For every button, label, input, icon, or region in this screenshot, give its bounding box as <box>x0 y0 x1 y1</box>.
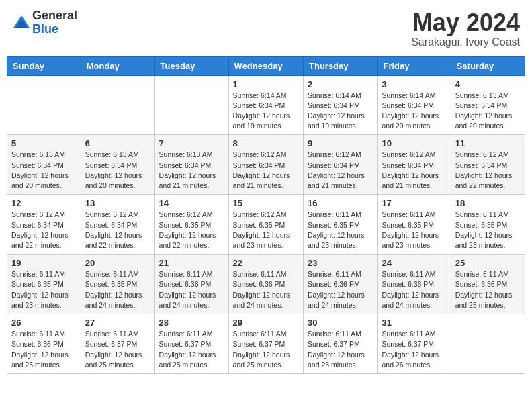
day-number: 19 <box>11 258 77 268</box>
day-info: Sunrise: 6:11 AMSunset: 6:37 PMDaylight:… <box>382 329 446 370</box>
day-info: Sunrise: 6:14 AMSunset: 6:34 PMDaylight:… <box>233 91 299 132</box>
day-number: 15 <box>233 198 299 208</box>
logo-blue-text: Blue <box>32 23 77 36</box>
day-info: Sunrise: 6:11 AMSunset: 6:35 PMDaylight:… <box>308 210 373 250</box>
title-block: May 2024 Sarakagui, Ivory Coast <box>411 9 520 48</box>
day-info: Sunrise: 6:11 AMSunset: 6:37 PMDaylight:… <box>85 329 150 370</box>
day-info: Sunrise: 6:11 AMSunset: 6:35 PMDaylight:… <box>11 269 77 310</box>
day-info: Sunrise: 6:12 AMSunset: 6:34 PMDaylight:… <box>11 210 77 250</box>
day-number: 6 <box>85 138 150 148</box>
day-number: 27 <box>85 318 150 328</box>
cell-week5-day3: 29Sunrise: 6:11 AMSunset: 6:37 PMDayligh… <box>228 314 303 374</box>
cell-week5-day2: 28Sunrise: 6:11 AMSunset: 6:37 PMDayligh… <box>154 314 228 374</box>
header-sunday: Sunday <box>7 56 81 75</box>
week-row-2: 5Sunrise: 6:13 AMSunset: 6:34 PMDaylight… <box>7 135 525 195</box>
cell-week4-day1: 20Sunrise: 6:11 AMSunset: 6:35 PMDayligh… <box>81 255 154 314</box>
day-info: Sunrise: 6:11 AMSunset: 6:36 PMDaylight:… <box>382 269 446 310</box>
page-header: General Blue May 2024 Sarakagui, Ivory C… <box>7 7 525 51</box>
day-info: Sunrise: 6:12 AMSunset: 6:35 PMDaylight:… <box>233 210 299 250</box>
day-number: 26 <box>11 318 77 328</box>
day-info: Sunrise: 6:11 AMSunset: 6:36 PMDaylight:… <box>159 269 224 310</box>
day-info: Sunrise: 6:11 AMSunset: 6:36 PMDaylight:… <box>233 269 299 310</box>
day-number: 2 <box>308 79 373 89</box>
cell-week3-day0: 12Sunrise: 6:12 AMSunset: 6:34 PMDayligh… <box>7 195 81 255</box>
day-info: Sunrise: 6:12 AMSunset: 6:34 PMDaylight:… <box>308 150 373 191</box>
header-thursday: Thursday <box>304 56 378 75</box>
day-number: 8 <box>233 138 299 148</box>
cell-week3-day4: 16Sunrise: 6:11 AMSunset: 6:35 PMDayligh… <box>304 195 378 255</box>
cell-week3-day3: 15Sunrise: 6:12 AMSunset: 6:35 PMDayligh… <box>228 195 303 255</box>
day-info: Sunrise: 6:11 AMSunset: 6:35 PMDaylight:… <box>85 269 150 310</box>
week-row-5: 26Sunrise: 6:11 AMSunset: 6:36 PMDayligh… <box>7 314 525 374</box>
weekday-header-row: SundayMondayTuesdayWednesdayThursdayFrid… <box>7 56 525 75</box>
cell-week4-day0: 19Sunrise: 6:11 AMSunset: 6:35 PMDayligh… <box>7 255 81 314</box>
day-info: Sunrise: 6:12 AMSunset: 6:35 PMDaylight:… <box>159 210 224 250</box>
header-saturday: Saturday <box>451 56 525 75</box>
header-wednesday: Wednesday <box>228 56 303 75</box>
cell-week1-day3: 1Sunrise: 6:14 AMSunset: 6:34 PMDaylight… <box>228 75 303 135</box>
logo-icon <box>12 13 31 32</box>
week-row-1: 1Sunrise: 6:14 AMSunset: 6:34 PMDaylight… <box>7 75 525 135</box>
cell-week1-day2 <box>154 75 228 135</box>
cell-week3-day2: 14Sunrise: 6:12 AMSunset: 6:35 PMDayligh… <box>154 195 228 255</box>
day-info: Sunrise: 6:13 AMSunset: 6:34 PMDaylight:… <box>455 91 521 132</box>
day-number: 18 <box>455 198 521 208</box>
day-info: Sunrise: 6:13 AMSunset: 6:34 PMDaylight:… <box>159 150 224 191</box>
day-info: Sunrise: 6:14 AMSunset: 6:34 PMDaylight:… <box>382 91 446 132</box>
logo-general-text: General <box>32 9 77 23</box>
day-number: 12 <box>11 198 77 208</box>
cell-week5-day5: 31Sunrise: 6:11 AMSunset: 6:37 PMDayligh… <box>378 314 451 374</box>
cell-week4-day4: 23Sunrise: 6:11 AMSunset: 6:36 PMDayligh… <box>304 255 378 314</box>
calendar-table: SundayMondayTuesdayWednesdayThursdayFrid… <box>7 56 525 374</box>
cell-week5-day4: 30Sunrise: 6:11 AMSunset: 6:37 PMDayligh… <box>304 314 378 374</box>
cell-week3-day5: 17Sunrise: 6:11 AMSunset: 6:35 PMDayligh… <box>378 195 451 255</box>
day-number: 17 <box>382 198 446 208</box>
day-number: 7 <box>159 138 224 148</box>
cell-week3-day1: 13Sunrise: 6:12 AMSunset: 6:34 PMDayligh… <box>81 195 154 255</box>
cell-week4-day3: 22Sunrise: 6:11 AMSunset: 6:36 PMDayligh… <box>228 255 303 314</box>
day-number: 10 <box>382 138 446 148</box>
cell-week2-day6: 11Sunrise: 6:12 AMSunset: 6:34 PMDayligh… <box>451 135 525 195</box>
logo-text: General Blue <box>32 9 77 36</box>
week-row-3: 12Sunrise: 6:12 AMSunset: 6:34 PMDayligh… <box>7 195 525 255</box>
day-info: Sunrise: 6:11 AMSunset: 6:37 PMDaylight:… <box>159 329 224 370</box>
day-info: Sunrise: 6:11 AMSunset: 6:37 PMDaylight:… <box>308 329 373 370</box>
cell-week2-day0: 5Sunrise: 6:13 AMSunset: 6:34 PMDaylight… <box>7 135 81 195</box>
day-number: 25 <box>455 258 521 268</box>
day-number: 30 <box>308 318 373 328</box>
day-number: 28 <box>159 318 224 328</box>
cell-week5-day6 <box>451 314 525 374</box>
day-info: Sunrise: 6:12 AMSunset: 6:34 PMDaylight:… <box>233 150 299 191</box>
cell-week5-day0: 26Sunrise: 6:11 AMSunset: 6:36 PMDayligh… <box>7 314 81 374</box>
day-info: Sunrise: 6:13 AMSunset: 6:34 PMDaylight:… <box>11 150 77 191</box>
day-number: 13 <box>85 198 150 208</box>
day-number: 3 <box>382 79 446 89</box>
cell-week2-day5: 10Sunrise: 6:12 AMSunset: 6:34 PMDayligh… <box>378 135 451 195</box>
cell-week1-day6: 4Sunrise: 6:13 AMSunset: 6:34 PMDaylight… <box>451 75 525 135</box>
cell-week2-day3: 8Sunrise: 6:12 AMSunset: 6:34 PMDaylight… <box>228 135 303 195</box>
day-number: 31 <box>382 318 446 328</box>
day-info: Sunrise: 6:13 AMSunset: 6:34 PMDaylight:… <box>85 150 150 191</box>
day-number: 22 <box>233 258 299 268</box>
day-number: 16 <box>308 198 373 208</box>
cell-week4-day6: 25Sunrise: 6:11 AMSunset: 6:36 PMDayligh… <box>451 255 525 314</box>
day-number: 9 <box>308 138 373 148</box>
cell-week1-day1 <box>81 75 154 135</box>
day-info: Sunrise: 6:11 AMSunset: 6:36 PMDaylight:… <box>308 269 373 310</box>
cell-week1-day5: 3Sunrise: 6:14 AMSunset: 6:34 PMDaylight… <box>378 75 451 135</box>
calendar-title: May 2024 <box>411 9 520 36</box>
day-number: 14 <box>159 198 224 208</box>
day-number: 21 <box>159 258 224 268</box>
cell-week2-day2: 7Sunrise: 6:13 AMSunset: 6:34 PMDaylight… <box>154 135 228 195</box>
day-info: Sunrise: 6:12 AMSunset: 6:34 PMDaylight:… <box>382 150 446 191</box>
day-info: Sunrise: 6:11 AMSunset: 6:36 PMDaylight:… <box>455 269 521 310</box>
cell-week3-day6: 18Sunrise: 6:11 AMSunset: 6:35 PMDayligh… <box>451 195 525 255</box>
day-info: Sunrise: 6:14 AMSunset: 6:34 PMDaylight:… <box>308 91 373 132</box>
day-number: 20 <box>85 258 150 268</box>
header-monday: Monday <box>81 56 154 75</box>
cell-week4-day2: 21Sunrise: 6:11 AMSunset: 6:36 PMDayligh… <box>154 255 228 314</box>
day-number: 4 <box>455 79 521 89</box>
day-info: Sunrise: 6:11 AMSunset: 6:36 PMDaylight:… <box>11 329 77 370</box>
cell-week5-day1: 27Sunrise: 6:11 AMSunset: 6:37 PMDayligh… <box>81 314 154 374</box>
day-number: 23 <box>308 258 373 268</box>
